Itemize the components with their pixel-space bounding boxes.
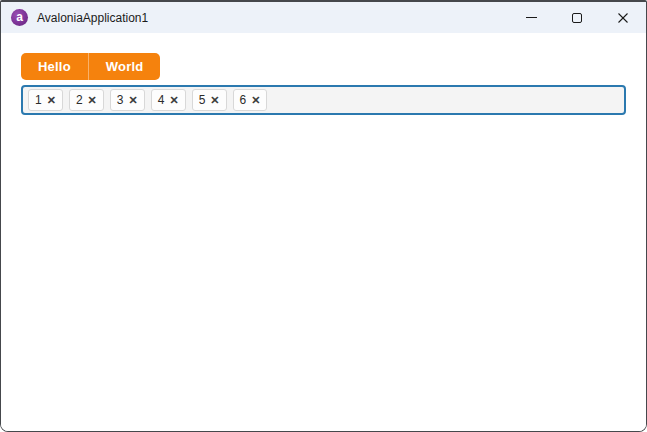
chip-label: 6 bbox=[240, 93, 247, 107]
chip-label: 3 bbox=[117, 93, 124, 107]
chip-remove-icon[interactable]: ✕ bbox=[169, 95, 178, 106]
avalonia-logo-icon: a bbox=[11, 9, 28, 26]
chip-label: 5 bbox=[199, 93, 206, 107]
chip-remove-icon[interactable]: ✕ bbox=[47, 95, 56, 106]
tab-strip: Hello World bbox=[21, 53, 160, 80]
minimize-icon bbox=[526, 17, 537, 18]
tab-world[interactable]: World bbox=[88, 53, 161, 80]
app-window: a AvaloniaApplication1 Hello World bbox=[0, 0, 647, 432]
minimize-button[interactable] bbox=[508, 2, 554, 33]
maximize-button[interactable] bbox=[554, 2, 600, 33]
titlebar[interactable]: a AvaloniaApplication1 bbox=[1, 2, 646, 33]
chip-2[interactable]: 2 ✕ bbox=[69, 89, 104, 111]
chip-label: 4 bbox=[158, 93, 165, 107]
tab-hello[interactable]: Hello bbox=[21, 53, 88, 80]
maximize-icon bbox=[572, 13, 582, 23]
close-icon bbox=[617, 12, 629, 24]
close-button[interactable] bbox=[600, 2, 646, 33]
chip-3[interactable]: 3 ✕ bbox=[110, 89, 145, 111]
chip-remove-icon[interactable]: ✕ bbox=[88, 95, 97, 106]
tag-input-box[interactable]: 1 ✕ 2 ✕ 3 ✕ 4 ✕ 5 ✕ 6 ✕ bbox=[21, 85, 626, 115]
chip-remove-icon[interactable]: ✕ bbox=[129, 95, 138, 106]
chip-1[interactable]: 1 ✕ bbox=[28, 89, 63, 111]
chip-label: 1 bbox=[35, 93, 42, 107]
window-title: AvaloniaApplication1 bbox=[37, 11, 148, 25]
chip-6[interactable]: 6 ✕ bbox=[233, 89, 268, 111]
chip-label: 2 bbox=[76, 93, 83, 107]
chip-5[interactable]: 5 ✕ bbox=[192, 89, 227, 111]
caption-buttons bbox=[508, 2, 646, 33]
content-area: Hello World 1 ✕ 2 ✕ 3 ✕ 4 ✕ 5 ✕ bbox=[1, 33, 646, 431]
chip-4[interactable]: 4 ✕ bbox=[151, 89, 186, 111]
chip-remove-icon[interactable]: ✕ bbox=[251, 95, 260, 106]
chip-remove-icon[interactable]: ✕ bbox=[210, 95, 219, 106]
